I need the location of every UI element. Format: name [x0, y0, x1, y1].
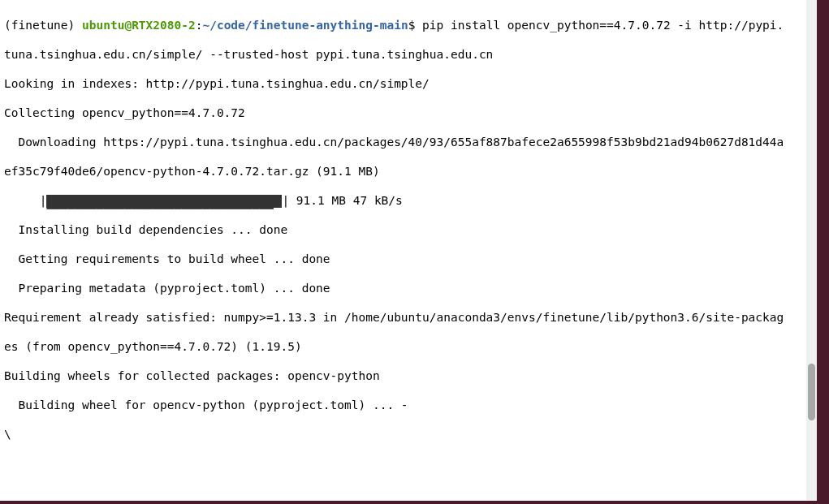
output-line — [4, 485, 817, 500]
progress-suffix: | 91.1 MB 47 kB/s — [282, 194, 402, 207]
prompt-env: (finetune) — [4, 19, 82, 32]
output-line: Looking in indexes: http://pypi.tuna.tsi… — [4, 76, 817, 91]
output-line: Installing build dependencies ... done — [4, 222, 817, 237]
output-line: Requirement already satisfied: numpy>=1.… — [4, 310, 817, 325]
scrollbar-thumb[interactable] — [808, 364, 815, 420]
output-line: Getting requirements to build wheel ... … — [4, 252, 817, 266]
output-line: Collecting opencv_python==4.7.0.72 — [4, 106, 817, 120]
terminal-window[interactable]: (finetune) ubuntu@RTX2080-2:~/code/finet… — [0, 0, 817, 501]
output-line: ef35c79f40de6/opencv-python-4.7.0.72.tar… — [4, 164, 817, 179]
output-line: Building wheels for collected packages: … — [4, 368, 817, 383]
prompt-dollar: $ — [408, 19, 422, 32]
output-line: |████████████████████████████████| 91.1 … — [4, 193, 817, 208]
output-line: Preparing metadata (pyproject.toml) ... … — [4, 281, 817, 295]
command-text: pip install opencv_python==4.7.0.72 -i h… — [422, 19, 784, 32]
output-line: \ — [4, 427, 817, 442]
prompt-user-host: ubuntu@RTX2080-2 — [82, 19, 196, 32]
output-line: tuna.tsinghua.edu.cn/simple/ --trusted-h… — [4, 47, 817, 62]
prompt-path: ~/code/finetune-anything-main — [202, 19, 408, 32]
output-line — [4, 456, 817, 471]
scrollbar-track[interactable] — [806, 0, 817, 501]
progress-bar: ████████████████████████████████ — [46, 195, 282, 208]
output-line: Building wheel for opencv-python (pyproj… — [4, 398, 817, 412]
output-line: Downloading https://pypi.tuna.tsinghua.e… — [4, 135, 817, 149]
progress-prefix: | — [4, 194, 46, 207]
output-line: es (from opencv_python==4.7.0.72) (1.19.… — [4, 339, 817, 354]
